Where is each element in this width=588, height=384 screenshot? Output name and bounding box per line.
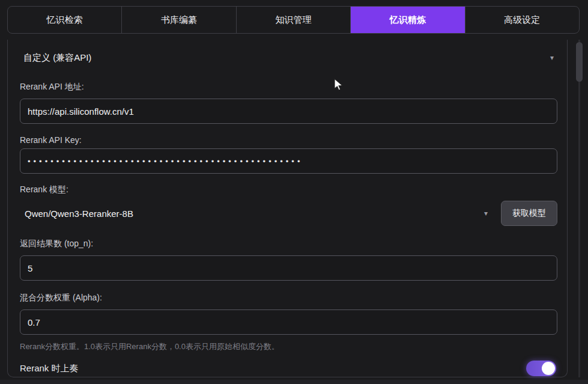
- chevron-down-icon: ▾: [550, 54, 554, 61]
- api-key-label: Rerank API Key:: [20, 135, 557, 145]
- settings-screen: 忆识检索 书库编纂 知识管理 忆识精炼 高级设定 自定义 (兼容API) ▾ R…: [0, 0, 588, 384]
- tab-bar: 忆识检索 书库编纂 知识管理 忆识精炼 高级设定: [7, 6, 580, 34]
- window-bottom-edge: [0, 380, 588, 384]
- api-url-input[interactable]: [20, 99, 557, 124]
- top-n-label: 返回结果数 (top_n):: [20, 239, 557, 249]
- provider-select[interactable]: 自定义 (兼容API) ▾: [20, 52, 557, 64]
- tab-knowledge-manage[interactable]: 知识管理: [237, 7, 351, 33]
- api-key-input[interactable]: [20, 148, 557, 174]
- scrollbar-track: [578, 40, 580, 377]
- model-select-value: Qwen/Qwen3-Reranker-8B: [25, 209, 133, 219]
- rerank-toggle-label: Rerank 时上奏: [20, 363, 79, 374]
- tab-library-compile[interactable]: 书库编纂: [122, 7, 236, 33]
- tab-memory-search[interactable]: 忆识检索: [8, 7, 122, 33]
- provider-select-value: 自定义 (兼容API): [23, 52, 91, 64]
- rerank-settings-panel: 自定义 (兼容API) ▾ Rerank API 地址: Rerank API …: [7, 40, 568, 377]
- tab-memory-refine[interactable]: 忆识精炼: [351, 7, 465, 33]
- scrollbar-thumb[interactable]: [576, 42, 583, 82]
- fetch-models-button[interactable]: 获取模型: [501, 201, 557, 226]
- rerank-toggle-row: Rerank 时上奏: [20, 360, 557, 377]
- tab-advanced-settings[interactable]: 高级设定: [465, 7, 579, 33]
- chevron-down-icon: ▾: [484, 210, 488, 217]
- top-n-input[interactable]: [20, 255, 557, 281]
- api-url-label: Rerank API 地址:: [20, 82, 557, 93]
- toggle-knob: [542, 362, 555, 375]
- model-row: Qwen/Qwen3-Reranker-8B ▾ 获取模型: [20, 201, 557, 226]
- alpha-help-text: Rerank分数权重。1.0表示只用Rerank分数，0.0表示只用原始相似度分…: [20, 341, 557, 352]
- alpha-label: 混合分数权重 (Alpha):: [20, 293, 557, 303]
- alpha-input[interactable]: [20, 309, 557, 335]
- model-label: Rerank 模型:: [20, 184, 557, 195]
- rerank-toggle-switch[interactable]: [526, 361, 556, 376]
- model-select[interactable]: Qwen/Qwen3-Reranker-8B ▾: [20, 201, 493, 226]
